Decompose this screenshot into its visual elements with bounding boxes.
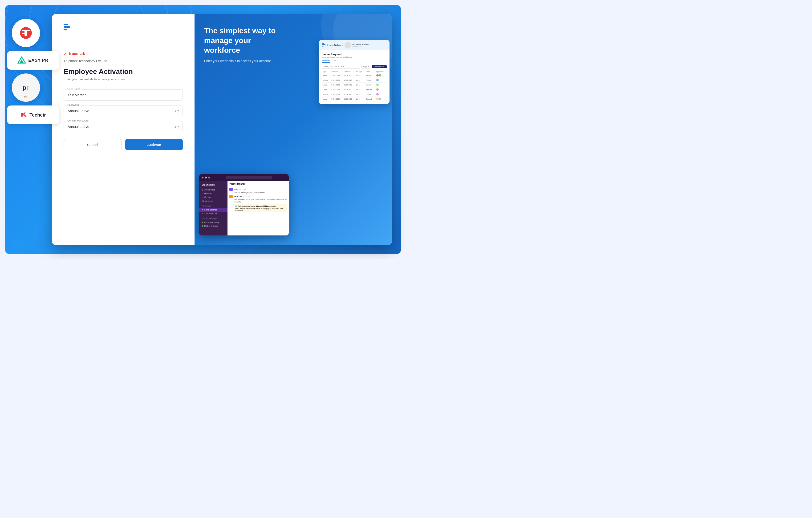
truemark-checkmark: ✓	[64, 51, 67, 56]
slack-search-bar	[226, 176, 272, 179]
col-type: Type	[322, 70, 330, 73]
tl-red	[202, 177, 203, 178]
slack-username-theo: Theo	[234, 189, 238, 191]
slack-time-2: 11:31 Am	[243, 196, 250, 198]
lrc-user-name: Mr. Evans Watson	[352, 43, 369, 46]
table-row: Annual 5 Sep, 2020 12/06, 2020 Ltd ho Re…	[322, 97, 387, 102]
leave-tab-personal[interactable]: Personal	[322, 60, 330, 63]
col-days: No days	[355, 70, 365, 73]
slack-sidebar: Organization ☰ All unreads ○ Threads ○ A…	[199, 181, 228, 235]
svg-rect-8	[322, 43, 324, 44]
browser-window: ✓ truemark Truemark Technology Pvt. Ltd …	[52, 14, 392, 245]
slack-msg-text-1: This is a message from a team member.	[229, 192, 287, 194]
slack-avatar-theo	[229, 188, 233, 191]
slack-welcome-text: Learn how to use this block builder to d…	[235, 208, 285, 211]
leave-tab-staff[interactable]: Staff	[332, 60, 336, 63]
lrc-title: LeaveBalance	[327, 44, 343, 47]
table-row: Casual 5 Sep, 2020 12/06, 2020 Ltd ho Re…	[322, 87, 387, 92]
leave-date-row: June 8, 2020 - July 01, 2020 Days: 4 Dow…	[322, 65, 387, 68]
techeir-label: Techeir	[29, 112, 46, 118]
company-logo-area: ✓ truemark	[64, 51, 183, 56]
svg-rect-2	[22, 33, 25, 34]
leave-table: Type Start date End Date No days Status …	[322, 70, 387, 102]
col-status: Status	[365, 70, 375, 73]
svg-rect-1	[25, 30, 27, 36]
lrc-logo-icon	[322, 43, 326, 48]
right-panel: The simplest way to manage your workforc…	[195, 14, 392, 245]
form-subtitle: Enter your credentials to access your ac…	[64, 78, 183, 81]
slack-avatar-app	[229, 195, 233, 198]
techeir-logo-card: Techeir	[7, 106, 59, 124]
leave-date-range: June 8, 2020 - July 01, 2020	[322, 65, 360, 68]
svg-rect-10	[322, 46, 324, 47]
leave-request-title: Leave Request	[322, 53, 387, 56]
slack-dm-courtney: Courtney Henry	[199, 220, 228, 224]
slack-sidebar-mentions: @ Mentions	[199, 199, 228, 203]
lrc-body: Leave Request View your leave balance an…	[319, 50, 389, 104]
username-label: User Name	[66, 88, 82, 90]
slack-screenshot: Organization ☰ All unreads ○ Threads ○ A…	[199, 174, 289, 235]
slack-msg-1: Theo 11:25 Am This is a message from a t…	[229, 188, 287, 194]
svg-rect-7	[64, 29, 67, 30]
lrc-user-role: Staff Member	[352, 46, 369, 47]
truemark-icon	[20, 27, 32, 39]
easypr-icon	[18, 56, 26, 64]
slack-org-name: Organization	[199, 183, 228, 187]
download-pdf-button[interactable]: Download PDF	[372, 65, 387, 68]
slack-welcome-title: 🎉 Welcome to our Leave Balance HR Manage…	[235, 205, 285, 207]
password-label: Password	[66, 104, 80, 106]
truemark-brand-text: truemark	[69, 52, 85, 56]
slack-main: # leave-Balance Theo 11:25 Am This is a …	[228, 181, 289, 235]
password-select[interactable]: Annual Leave	[64, 105, 183, 116]
leave-days-count: Days: 4	[361, 65, 371, 68]
pr-icon: p r	[23, 84, 29, 91]
form-panel: ✓ truemark Truemark Technology Pvt. Ltd …	[52, 14, 195, 245]
right-panel-title: The simplest way to manage your workforc…	[204, 26, 279, 55]
techeir-icon	[20, 111, 27, 118]
slack-sidebar-other-channel: # other-channel	[199, 212, 228, 215]
slack-dm-esther: Esther Howard	[199, 224, 228, 228]
table-row: Medical 5 Sep, 2020 12/06, 2020 Ltd ho P…	[322, 78, 387, 83]
pr-logo-card: p r	[12, 74, 40, 102]
lrc-user-avatar	[345, 42, 351, 49]
table-row: Annual 5 Sep, 2020 12/06, 2020 Ltd ho Ap…	[322, 83, 387, 87]
slack-channels-label: ▾ Channels	[199, 204, 228, 208]
easypr-logo-card: EASY PR	[7, 51, 59, 70]
slack-welcome-box: 🎉 Welcome to our Leave Balance HR Manage…	[234, 204, 287, 212]
table-row: Medical 5 Sep, 2020 12/06, 2020 Ltd ho P…	[322, 92, 387, 97]
lrc-header: LeaveBalance Mr. Evans Watson Staff Memb…	[319, 40, 389, 50]
confirm-password-select[interactable]: Annual Leave	[64, 121, 183, 132]
svg-rect-0	[22, 30, 30, 31]
pr-dots	[25, 96, 28, 97]
col-approvals: Approvals	[375, 70, 387, 73]
slack-topbar	[199, 174, 289, 181]
cancel-button[interactable]: Cancel	[64, 139, 121, 150]
col-start: Start date	[330, 70, 343, 73]
leave-request-card: LeaveBalance Mr. Evans Watson Staff Memb…	[319, 40, 389, 104]
brand-icon	[64, 24, 71, 32]
slack-sidebar-threads: ○ Threads	[199, 192, 228, 195]
easypr-label: EASY PR	[28, 58, 49, 63]
table-row: Annual 5 Sep, 2020 12/06, 2020 Ltd ho Pe…	[322, 73, 387, 78]
truemark-logo-card	[12, 19, 40, 47]
slack-sidebar-leave-balance: # leave-Balance	[199, 208, 228, 212]
username-group: User Name	[64, 89, 183, 100]
tl-yellow	[205, 177, 207, 178]
svg-rect-5	[64, 24, 68, 25]
slack-channel-title: # leave-Balance	[229, 183, 287, 186]
username-input[interactable]	[64, 89, 183, 100]
col-end: End Date	[343, 70, 355, 73]
slack-username-app: Your App	[234, 196, 242, 198]
logos-panel: EASY PR p r Techeir	[7, 19, 59, 124]
form-title: Employee Activation	[64, 67, 183, 76]
slack-msg-2: Your App 11:31 Am This is the first line…	[229, 195, 287, 212]
svg-rect-9	[322, 44, 325, 45]
slack-sidebar-unreads: ☰ All unreads	[199, 188, 228, 192]
form-buttons: Cancel Activate	[64, 139, 183, 150]
activate-button[interactable]: Activate	[125, 139, 183, 150]
confirm-password-label: Confirm Password	[66, 119, 89, 122]
leave-request-subtitle: View your leave balance and history.	[322, 56, 387, 58]
slack-dms-label: ▾ Direct messages	[199, 217, 228, 220]
form-content: ✓ truemark Truemark Technology Pvt. Ltd …	[64, 51, 183, 150]
slack-time-1: 11:25 Am	[239, 189, 246, 190]
